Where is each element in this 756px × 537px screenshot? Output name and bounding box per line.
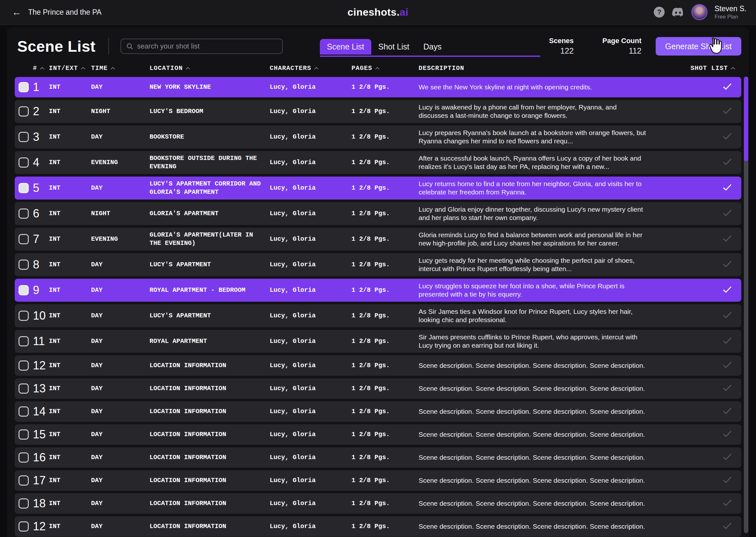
scene-pages: 1 2/8 Pgs. <box>351 384 419 393</box>
search-box[interactable] <box>120 39 283 54</box>
scene-location: LOCATION INFORMATION <box>150 407 270 416</box>
row-checkbox[interactable] <box>19 82 29 92</box>
tab-days[interactable]: Days <box>416 39 449 55</box>
stat-value: 122 <box>560 46 574 56</box>
table-row[interactable]: 11INTDAYROYAL APARTMENTLucy, Gloria1 2/8… <box>15 330 741 353</box>
row-checkbox[interactable] <box>19 521 29 532</box>
table-row[interactable]: 8INTDAYLUCY'S APARTMENTLucy, Gloria1 2/8… <box>15 253 741 276</box>
shot-list-check-icon[interactable] <box>723 184 732 192</box>
table-row[interactable]: 4INTEVENINGBOOKSTORE OUTSIDE DURING THE … <box>15 151 741 174</box>
row-checkbox[interactable] <box>19 132 29 142</box>
row-checkbox[interactable] <box>19 106 29 116</box>
shot-list-check-icon[interactable] <box>723 311 732 320</box>
scene-description: As Sir James ties a Windsor knot for Pri… <box>419 308 653 324</box>
column-header-location[interactable]: LOCATION <box>150 64 270 72</box>
shot-list-check-icon[interactable] <box>723 430 732 439</box>
shot-list-check-icon[interactable] <box>723 107 732 116</box>
shot-list-check-icon[interactable] <box>723 337 732 346</box>
scene-pages: 1 2/8 Pgs. <box>351 361 419 370</box>
column-label: TIME <box>91 64 108 72</box>
row-checkbox[interactable] <box>19 234 29 244</box>
shot-list-check-icon[interactable] <box>723 286 732 295</box>
table-row[interactable]: 12INTDAYLOCATION INFORMATIONLucy, Gloria… <box>15 355 741 376</box>
scene-characters: Lucy, Gloria <box>270 407 351 416</box>
sort-caret-icon <box>40 67 45 70</box>
row-checkbox[interactable] <box>19 183 29 193</box>
scrollbar-track[interactable] <box>744 77 748 533</box>
page-title: Scene List <box>17 38 96 55</box>
scene-int-ext: INT <box>49 83 91 91</box>
row-checkbox[interactable] <box>19 157 29 168</box>
shot-list-check-icon[interactable] <box>723 453 732 462</box>
table-row[interactable]: 17INTDAYLOCATION INFORMATIONLucy, Gloria… <box>15 470 741 491</box>
table-row[interactable]: 14INTDAYLOCATION INFORMATIONLucy, Gloria… <box>15 401 741 422</box>
shot-list-check-icon[interactable] <box>723 499 732 508</box>
shot-list-check-icon[interactable] <box>723 83 732 92</box>
table-row[interactable]: 5INTDAYLUCY'S APARTMENT CORRIDOR AND GLO… <box>15 177 741 199</box>
shot-list-check-icon[interactable] <box>723 260 732 269</box>
row-checkbox[interactable] <box>19 430 29 440</box>
shot-list-check-icon[interactable] <box>723 361 732 370</box>
table-row[interactable]: 12INTDAYLOCATION INFORMATIONLucy, Gloria… <box>15 516 741 537</box>
column-header-shot-list[interactable]: SHOT LIST <box>690 64 735 72</box>
table-row[interactable]: 3INTDAYBOOKSTORELucy, Gloria1 2/8 Pgs.Lu… <box>15 125 741 148</box>
logo-text: cineshots. <box>348 6 400 18</box>
table-row[interactable]: 13INTDAYLOCATION INFORMATIONLucy, Gloria… <box>15 378 741 399</box>
scene-number: 9 <box>33 283 49 297</box>
scene-int-ext: INT <box>49 337 91 346</box>
scene-pages: 1 2/8 Pgs. <box>351 476 419 485</box>
project-title: The Prince and the PA <box>28 8 102 17</box>
column-header-time[interactable]: TIME <box>91 64 150 72</box>
shot-list-check-icon[interactable] <box>723 407 732 416</box>
row-checkbox[interactable] <box>19 285 29 295</box>
discord-icon[interactable] <box>672 7 685 17</box>
shot-list-check-icon[interactable] <box>723 209 732 218</box>
column-header--[interactable]: # <box>33 64 49 72</box>
column-header-pages[interactable]: PAGES <box>351 64 419 72</box>
scene-location: BOOKSTORE <box>150 133 270 141</box>
tab-scene-list[interactable]: Scene List <box>320 39 371 55</box>
row-checkbox[interactable] <box>19 208 29 219</box>
table-row[interactable]: 15INTDAYLOCATION INFORMATIONLucy, Gloria… <box>15 424 741 445</box>
scene-location: ROYAL APARTMENT - BEDROOM <box>150 286 270 294</box>
row-checkbox[interactable] <box>19 336 29 347</box>
table-row[interactable]: 2INTNIGHTLUCY'S BEDROOMLucy, Gloria1 2/8… <box>15 100 741 123</box>
shot-list-check-icon[interactable] <box>723 522 732 531</box>
shot-list-check-icon[interactable] <box>723 133 732 142</box>
table-row[interactable]: 10INTDAYLUCY'S APARTMENTLucy, Gloria1 2/… <box>15 304 741 327</box>
row-checkbox[interactable] <box>19 452 29 463</box>
row-checkbox[interactable] <box>19 475 29 486</box>
table-row[interactable]: 16INTDAYLOCATION INFORMATIONLucy, Gloria… <box>15 447 741 468</box>
user-avatar[interactable] <box>691 4 707 20</box>
table-row[interactable]: 1INTDAYNEW YORK SKYLINELucy, Gloria1 2/8… <box>15 77 741 97</box>
table-row[interactable]: 18INTDAYLOCATION INFORMATIONLucy, Gloria… <box>15 493 741 514</box>
tab-shot-list[interactable]: Shot List <box>371 39 416 55</box>
shot-list-check-icon[interactable] <box>723 476 732 485</box>
scene-pages: 1 2/8 Pgs. <box>351 261 419 269</box>
scrollbar-thumb[interactable] <box>744 77 748 161</box>
search-input[interactable] <box>137 42 277 51</box>
row-checkbox[interactable] <box>19 406 29 417</box>
row-checkbox[interactable] <box>19 384 29 393</box>
row-checkbox[interactable] <box>19 310 29 321</box>
scene-location: LOCATION INFORMATION <box>150 384 270 393</box>
shot-list-check-icon[interactable] <box>723 158 732 167</box>
shot-list-check-icon[interactable] <box>723 384 732 393</box>
row-checkbox[interactable] <box>19 360 29 371</box>
scene-time: DAY <box>91 184 150 192</box>
scene-pages: 1 2/8 Pgs. <box>351 83 419 91</box>
table-row[interactable]: 6INTNIGHTGLORIA'S APARTMENTLucy, Gloria1… <box>15 202 741 225</box>
scene-table: 1INTDAYNEW YORK SKYLINELucy, Gloria1 2/8… <box>15 77 741 537</box>
shot-list-check-icon[interactable] <box>723 235 732 244</box>
table-row[interactable]: 7INTEVENINGGLORIA'S APARTMENT(LATER IN T… <box>15 227 741 251</box>
row-checkbox[interactable] <box>19 260 29 270</box>
table-row[interactable]: 9INTDAYROYAL APARTMENT - BEDROOMLucy, Gl… <box>15 279 741 302</box>
scene-pages: 1 2/8 Pgs. <box>351 311 419 320</box>
column-header-characters[interactable]: CHARACTERS <box>270 64 351 72</box>
scene-pages: 1 2/8 Pgs. <box>351 286 419 294</box>
back-arrow-icon[interactable]: ← <box>10 5 23 19</box>
help-icon[interactable]: ? <box>654 7 665 18</box>
row-checkbox[interactable] <box>19 498 29 509</box>
column-header-int-ext[interactable]: INT/EXT <box>49 64 91 72</box>
generate-shot-list-button[interactable]: Generate Shot List <box>656 37 741 56</box>
